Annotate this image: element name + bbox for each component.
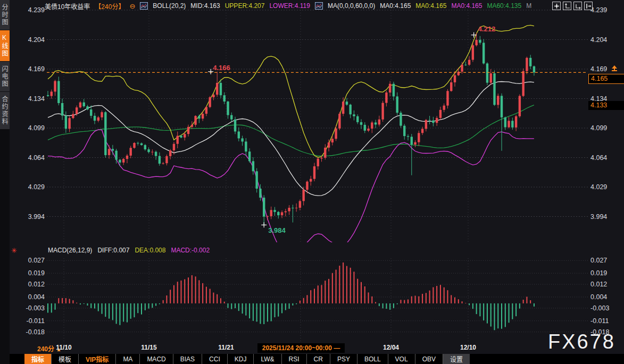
axis-tick-label: 0.027 bbox=[590, 257, 607, 264]
price-annotation: 4.212 bbox=[478, 25, 496, 33]
axis-tick-label: -0.011 bbox=[590, 317, 609, 325]
sidebar: 分时图K线图闪电图合约资料 bbox=[0, 0, 10, 364]
toolbar-tab-rsi[interactable]: RSI bbox=[281, 354, 306, 364]
last-price-tag: 4.165 bbox=[588, 74, 624, 84]
axis-tick-label: 4.169 bbox=[28, 65, 45, 73]
toolbar-tab-cr[interactable]: CR bbox=[306, 354, 330, 364]
watermark: FX678 bbox=[548, 331, 615, 353]
boll-label: BOLL(20,2) bbox=[153, 2, 186, 10]
macd-hist-value: MACD:-0.002 bbox=[171, 247, 210, 254]
sidebar-tab-contract-info[interactable]: 合约资料 bbox=[0, 92, 10, 130]
axis-tick-label: 0.012 bbox=[28, 281, 45, 288]
axis-tick-label: 4.099 bbox=[590, 124, 607, 132]
toolbar-tab-lwr[interactable]: LW& bbox=[253, 354, 281, 364]
axis-tick-label: 4.064 bbox=[28, 154, 45, 162]
boll-mid-value: MID:4.163 bbox=[190, 2, 220, 10]
axis-tick-label: -0.003 bbox=[26, 304, 45, 312]
axis-tick-label: 0.019 bbox=[590, 269, 607, 277]
indicator-chart-icon bbox=[315, 2, 323, 10]
header-tools bbox=[552, 2, 593, 10]
macd-indicator-icon[interactable]: ✳ bbox=[11, 247, 17, 255]
main-chart-canvas[interactable]: 4.1664.2123.9844.2394.2394.2044.2044.169… bbox=[0, 0, 624, 343]
macd-diff-value: DIFF:0.007 bbox=[97, 247, 129, 254]
toolbar-tab-template[interactable]: 模板 bbox=[51, 354, 78, 364]
toolbar-tab-vip-indicator[interactable]: VIP指标 bbox=[78, 354, 115, 364]
axis-tick-label: 4.029 bbox=[590, 183, 607, 191]
ma0-value-white: MA0:4.165 bbox=[380, 2, 411, 10]
scale-y-axis-icon[interactable] bbox=[563, 2, 571, 10]
collapse-panel-icon[interactable]: ⊖ bbox=[129, 3, 135, 10]
indicator-chart-icon bbox=[140, 2, 148, 10]
toolbar-tab-boll[interactable]: BOLL bbox=[357, 354, 388, 364]
axis-tick-label: 4.029 bbox=[28, 183, 45, 191]
axis-tick-label: 4.099 bbox=[28, 124, 45, 132]
axis-tick-label: 4.064 bbox=[590, 154, 607, 162]
boll-ma-lines bbox=[48, 25, 534, 255]
toolbar-tab-kdj[interactable]: KDJ bbox=[227, 354, 254, 364]
ma-label: MA(0,0,0,60,0,0) bbox=[328, 2, 375, 10]
secondary-price-tag: 4.133 bbox=[588, 101, 624, 110]
annotations-layer: 4.1664.2123.984 bbox=[208, 25, 495, 235]
axis-tick-label: 4.239 bbox=[28, 6, 45, 14]
sidebar-tab-lightning-chart[interactable]: 闪电图 bbox=[0, 62, 10, 92]
ma-more-label: M bbox=[526, 2, 531, 10]
latest-price-pin-icon[interactable] bbox=[611, 65, 618, 74]
crosshair-icon[interactable] bbox=[552, 2, 561, 10]
axis-tick-label: 0.004 bbox=[28, 293, 45, 301]
axis-tick-label: 4.169 bbox=[590, 65, 607, 73]
toolbar-tab-settings[interactable]: 设置 bbox=[443, 354, 470, 364]
indicator-toolbar: 指标模板VIP指标MAMACDBIASCCIKDJLW&RSICRPSYBOLL… bbox=[0, 354, 624, 364]
period-label: 240分 bbox=[37, 345, 54, 353]
toolbar-tab-bias[interactable]: BIAS bbox=[173, 354, 202, 364]
macd-header: MACD(26,12,9)DIFF:0.007DEA:0.008MACD:-0.… bbox=[48, 247, 210, 254]
axis-tick-label: 4.134 bbox=[28, 95, 45, 103]
axis-tick-label: 0.027 bbox=[28, 257, 45, 264]
axis-tick-label: 0.004 bbox=[590, 293, 607, 301]
x-axis-date: 12/04 bbox=[383, 344, 399, 351]
axis-tick-label: 4.239 bbox=[590, 6, 607, 14]
chart-header: 美债10年收益率【240分】⊖BOLL(20,2)MID:4.163UPPER:… bbox=[45, 2, 531, 10]
axis-tick-label: -0.003 bbox=[590, 304, 609, 312]
toolbar-tab-obv[interactable]: OBV bbox=[415, 354, 443, 364]
x-axis-date: 11/21 bbox=[218, 344, 234, 351]
macd-params-label: MACD(26,12,9) bbox=[48, 247, 92, 254]
toolbar-tab-indicator[interactable]: 指标 bbox=[24, 354, 51, 364]
toolbar-tab-psy[interactable]: PSY bbox=[330, 354, 357, 364]
scale-x-axis-icon[interactable] bbox=[573, 2, 582, 10]
x-axis-date: 12/10 bbox=[460, 344, 476, 351]
axis-tick-label: -0.011 bbox=[26, 317, 45, 325]
ma0-value-magenta: MA0:4.165 bbox=[451, 2, 482, 10]
symbol-title: 美债10年收益率 bbox=[45, 2, 90, 11]
axis-tick-label: -0.018 bbox=[26, 328, 45, 336]
macd-layer bbox=[48, 260, 534, 330]
toolbar-tab-macd[interactable]: MACD bbox=[139, 354, 172, 364]
price-annotation: 4.166 bbox=[213, 64, 230, 72]
macd-dea-value: DEA:0.008 bbox=[135, 247, 165, 254]
sidebar-tab-k-line-chart[interactable]: K线图 bbox=[0, 30, 10, 62]
ma60-value: MA60:4.135 bbox=[487, 2, 521, 10]
price-annotation: 3.984 bbox=[268, 226, 286, 234]
candles-layer bbox=[47, 33, 535, 225]
toolbar-tab-cci[interactable]: CCI bbox=[202, 354, 227, 364]
axis-tick-label: 0.012 bbox=[590, 281, 607, 288]
ma0-value-yellow: MA0:4.165 bbox=[415, 2, 446, 10]
app-window: 4.1664.2123.9844.2394.2394.2044.2044.169… bbox=[0, 0, 624, 364]
x-axis-row: 240分 ▲ 2025/11/24 20:00~00:00 — 11/1011/… bbox=[0, 343, 624, 354]
axis-tick-label: 0.019 bbox=[28, 269, 45, 277]
x-axis-date: 11/15 bbox=[141, 344, 156, 351]
toolbar-tab-vol[interactable]: VOL bbox=[388, 354, 415, 364]
sidebar-tab-time-chart[interactable]: 分时图 bbox=[0, 0, 10, 30]
boll-lower-value: LOWER:4.119 bbox=[269, 2, 310, 10]
axis-tick-label: 3.994 bbox=[28, 213, 45, 221]
axis-tick-label: 3.994 bbox=[590, 213, 607, 221]
grid-layer bbox=[47, 10, 588, 342]
pan-right-icon[interactable] bbox=[584, 2, 593, 10]
crosshair-time-box: 2025/11/24 20:00~00:00 — bbox=[257, 343, 345, 353]
period-badge[interactable]: 【240分】 bbox=[95, 2, 124, 11]
x-axis-date: 11/10 bbox=[56, 344, 71, 351]
axis-tick-label: 4.204 bbox=[28, 36, 45, 44]
boll-upper-value: UPPER:4.207 bbox=[225, 2, 265, 10]
axis-tick-label: 4.204 bbox=[590, 36, 607, 44]
toolbar-tab-ma[interactable]: MA bbox=[115, 354, 139, 364]
